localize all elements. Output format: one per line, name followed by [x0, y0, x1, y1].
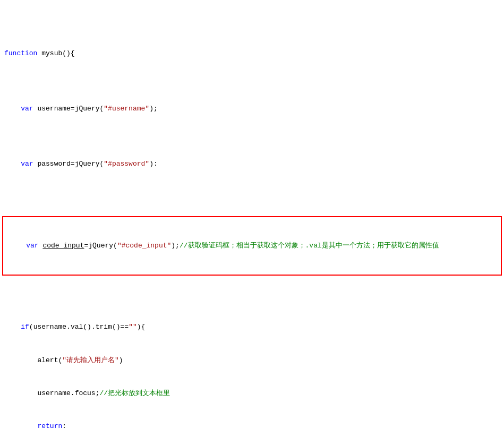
code-line: alert("请先输入用户名")	[0, 355, 504, 366]
code-line: var password=jQuery("#password"):	[0, 159, 504, 170]
code-line: var code_input=jQuery("#code_input");//获…	[5, 241, 499, 252]
code-line: return;	[0, 421, 504, 428]
highlight-code-input-line: var code_input=jQuery("#code_input");//获…	[2, 216, 502, 276]
code-line: username.focus;//把光标放到文本框里	[0, 388, 504, 399]
code-line: var username=jQuery("#username");	[0, 104, 504, 115]
code-line: function mysub(){	[0, 48, 504, 59]
code-line: if(username.val().trim()==""){	[0, 322, 504, 333]
code-editor: function mysub(){ var username=jQuery("#…	[0, 0, 504, 428]
